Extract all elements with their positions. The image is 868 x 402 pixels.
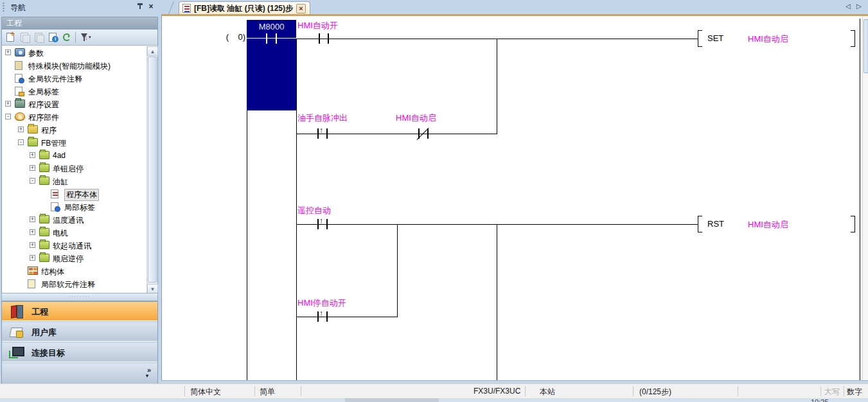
contact-label-oil-pulse[interactable]: 油手自脉冲出 — [297, 112, 348, 124]
tree-item-fb-manage[interactable]: - FB管理 — [2, 136, 146, 149]
tab-scroll-left-icon[interactable]: ◁ — [846, 3, 851, 10]
user-library-button[interactable]: 用户库 — [2, 322, 157, 342]
tab-fb-cylinder[interactable]: [FB]读取 油缸 (只读) (125)步 × — [179, 1, 310, 15]
tab-close-icon[interactable]: × — [296, 4, 306, 13]
tree-item-pou[interactable]: - 程序部件 — [2, 110, 146, 123]
expander-icon[interactable]: - — [5, 114, 11, 119]
expander-icon[interactable]: + — [30, 255, 35, 261]
statusbar-separator — [820, 386, 821, 396]
branch-vertical-wire — [296, 39, 297, 380]
contact-label-hmi-auto-on[interactable]: HMI自动开 — [297, 20, 338, 31]
panel-splitter[interactable]: ········ — [1, 293, 158, 301]
tree-item-parameters[interactable]: + 参数 — [2, 46, 146, 59]
tree-item-program-setting[interactable]: + 程序设置 — [2, 98, 146, 110]
branch-vertical-wire — [497, 224, 497, 380]
parameter-icon — [15, 48, 25, 57]
tree-item-structure[interactable]: 结构体 — [2, 265, 146, 277]
structure-icon — [28, 267, 38, 275]
fb-folder-icon — [39, 228, 49, 236]
expander-icon[interactable]: + — [30, 242, 35, 248]
contact-label-hmi-stop-auto[interactable]: HMI停自动开 — [297, 297, 346, 309]
pin-icon[interactable] — [136, 3, 144, 12]
expander-icon[interactable]: + — [30, 229, 35, 235]
tree-scrollbar[interactable]: ▲ ▼ — [146, 46, 157, 293]
contact-bar[interactable] — [317, 128, 319, 139]
expander-icon[interactable]: + — [5, 49, 11, 55]
tree-item-seq-start-stop[interactable]: + 顺启逆停 — [2, 252, 146, 265]
scroll-down-icon[interactable]: ▼ — [147, 284, 158, 293]
taskbar-sliver: 10:25 — [0, 398, 868, 402]
sort-filter-icon[interactable]: ↓▾ — [79, 31, 91, 44]
close-icon[interactable]: × — [146, 2, 155, 12]
fb-folder-icon — [39, 215, 49, 223]
tree-item-cylinder[interactable]: - 油缸 — [2, 175, 146, 188]
contact-bar[interactable] — [317, 311, 319, 322]
rst-operand[interactable]: HMI自动启 — [748, 219, 788, 231]
toolbar-separator — [75, 32, 76, 43]
contact-device-m8000: M8000 — [247, 22, 296, 31]
ladder-cursor-cell[interactable]: M8000 — [247, 20, 296, 110]
expander-icon[interactable]: + — [5, 101, 11, 107]
refresh-icon[interactable] — [61, 31, 73, 44]
expander-icon[interactable]: + — [30, 216, 35, 222]
expander-icon[interactable]: + — [30, 152, 35, 158]
tab-scroll-right-icon[interactable]: ▷ — [856, 3, 862, 10]
tree-item-local-label[interactable]: 局部标签 — [2, 200, 146, 213]
tree-item-temp-comm[interactable]: + 温度通讯 — [2, 213, 146, 226]
contact-bar[interactable] — [319, 33, 320, 44]
contact-bar[interactable] — [317, 219, 319, 229]
scrollbar-thumb[interactable] — [864, 19, 868, 73]
chevron-down-icon[interactable]: ▼ — [145, 373, 150, 379]
editor-vertical-scrollbar[interactable] — [862, 16, 868, 380]
expander-icon[interactable]: - — [30, 178, 35, 184]
expander-icon[interactable]: + — [30, 165, 35, 171]
connection-destination-button[interactable]: 连接目标 — [2, 343, 157, 362]
panel-grip[interactable] — [3, 3, 4, 13]
contact-bar[interactable] — [326, 128, 328, 139]
status-num-indicator: 数字 — [847, 387, 862, 398]
tree-item-global-label[interactable]: 全局标签 — [2, 85, 146, 98]
project-tree: + 参数 特殊模块(智能功能模块) 全局软元件注释 全局标签 + 程序设置 — [2, 46, 157, 293]
status-station: 本站 — [540, 387, 555, 398]
tree-item-motor[interactable]: + 电机 — [2, 226, 146, 239]
status-bar: 简体中文 简单 FX3U/FX3UC 本站 (0/125步) 大写 数字 — [0, 383, 868, 398]
project-panel: 工程 + i ↓▾ + 参数 特殊模块(智能功能模块) 全局软元件注释 — [1, 17, 158, 293]
copy-icon[interactable] — [19, 31, 31, 44]
statusbar-separator — [301, 386, 301, 396]
tree-scrollbar-thumb[interactable] — [148, 57, 157, 283]
local-comment-icon — [28, 279, 35, 288]
tree-item-global-device-comment[interactable]: 全局软元件注释 — [2, 72, 146, 85]
tree-item-softstart-comm[interactable]: + 软起动通讯 — [2, 239, 146, 252]
new-item-icon[interactable]: + — [4, 31, 17, 44]
status-steps: (0/125步) — [639, 387, 671, 398]
expander-icon[interactable]: + — [18, 127, 24, 132]
contact-bar[interactable] — [427, 128, 429, 139]
contact-bar[interactable] — [328, 33, 329, 44]
tree-item-4ad[interactable]: + 4ad — [2, 149, 146, 162]
contact-bar[interactable] — [326, 219, 328, 229]
paste-icon[interactable] — [33, 31, 45, 44]
project-view-button[interactable]: 工程 — [2, 302, 157, 321]
rst-instruction[interactable]: RST — [707, 219, 724, 229]
tree-item-single-button[interactable]: + 单钮启停 — [2, 162, 146, 175]
tree-item-local-device-comment[interactable]: 局部软元件注释 — [2, 277, 146, 290]
tree-item-special-module[interactable]: 特殊模块(智能功能模块) — [2, 59, 146, 72]
tree-item-program-body[interactable]: 程序本体 — [2, 188, 146, 200]
tree-item-program[interactable]: + 程序 — [2, 123, 146, 136]
contact-bar[interactable] — [326, 311, 328, 322]
ladder-editor[interactable]: ( 0) M8000 HMI自动开 SET HMI自动启 油手自脉冲出 ↑ — [162, 16, 861, 380]
expander-icon[interactable]: - — [18, 139, 24, 145]
fb-folder-icon — [39, 241, 49, 249]
rising-edge-arrow: ↑ — [319, 217, 323, 225]
taskbar-clock-partial: 10:25 — [811, 398, 829, 402]
document-tabbar: [FB]读取 油缸 (只读) (125)步 × ◁ ▷ — [159, 0, 868, 14]
contact-label-hmi-auto-start-nc[interactable]: HMI自动启 — [396, 112, 436, 124]
statusbar-separator — [254, 386, 255, 396]
fb-folder-icon — [39, 177, 49, 185]
set-operand[interactable]: HMI自动启 — [748, 33, 788, 45]
set-instruction[interactable]: SET — [707, 33, 723, 43]
scroll-up-icon[interactable]: ▲ — [147, 46, 158, 56]
contact-label-remote-auto[interactable]: 遥控自动 — [297, 205, 331, 216]
right-bus-bar — [860, 19, 860, 380]
data-info-icon[interactable]: i — [47, 31, 59, 44]
